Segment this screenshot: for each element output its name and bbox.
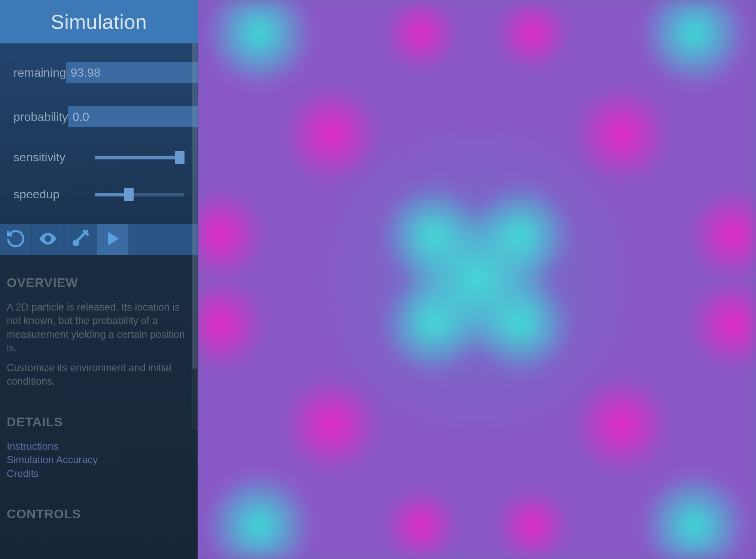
sidebar: Simulation remaining probability sensiti… — [0, 0, 198, 559]
sensitivity-row: sensitivity — [13, 150, 184, 164]
sidebar-header: Simulation — [0, 0, 198, 43]
simulation-visualization — [198, 0, 756, 559]
info-panel: OVERVIEW A 2D particle is released. Its … — [0, 255, 198, 539]
eye-icon — [38, 229, 58, 250]
scrollbar-thumb[interactable] — [192, 43, 197, 369]
play-icon — [102, 229, 122, 250]
page-title: Simulation — [51, 10, 147, 33]
controls-block: CONTROLS — [7, 507, 191, 521]
remaining-row: remaining — [13, 62, 184, 83]
probability-row: probability — [13, 106, 184, 127]
instructions-link[interactable]: Instructions — [7, 440, 191, 453]
details-block: DETAILS Instructions Simulation Accuracy… — [7, 415, 191, 480]
play-button[interactable] — [97, 224, 129, 255]
controls-heading: CONTROLS — [7, 507, 191, 521]
toolbar — [0, 224, 198, 255]
view-button[interactable] — [32, 224, 64, 255]
remaining-label: remaining — [13, 66, 66, 80]
overview-heading: OVERVIEW — [7, 275, 191, 290]
svg-point-0 — [46, 237, 50, 241]
speedup-row: speedup — [13, 187, 184, 201]
sensitivity-slider[interactable] — [95, 152, 184, 163]
overview-text-1: A 2D particle is released. Its location … — [7, 300, 191, 355]
speedup-slider[interactable] — [95, 189, 184, 200]
simulation-canvas[interactable] — [198, 0, 756, 559]
reset-button[interactable] — [0, 224, 32, 255]
overview-text-2: Customize its environment and initial co… — [7, 361, 191, 388]
accuracy-link[interactable]: Simulation Accuracy — [7, 453, 191, 467]
probability-label: probability — [13, 110, 68, 124]
draw-button[interactable] — [64, 224, 97, 255]
details-heading: DETAILS — [7, 415, 191, 429]
reset-icon — [6, 229, 26, 250]
sensitivity-label: sensitivity — [13, 150, 95, 164]
brush-icon — [70, 229, 90, 250]
parameters-panel: remaining probability sensitivity speedu… — [0, 43, 198, 224]
app-root: Simulation remaining probability sensiti… — [0, 0, 756, 559]
speedup-label: speedup — [13, 187, 95, 201]
credits-link[interactable]: Credits — [7, 467, 191, 480]
sidebar-scrollbar[interactable] — [192, 43, 198, 429]
